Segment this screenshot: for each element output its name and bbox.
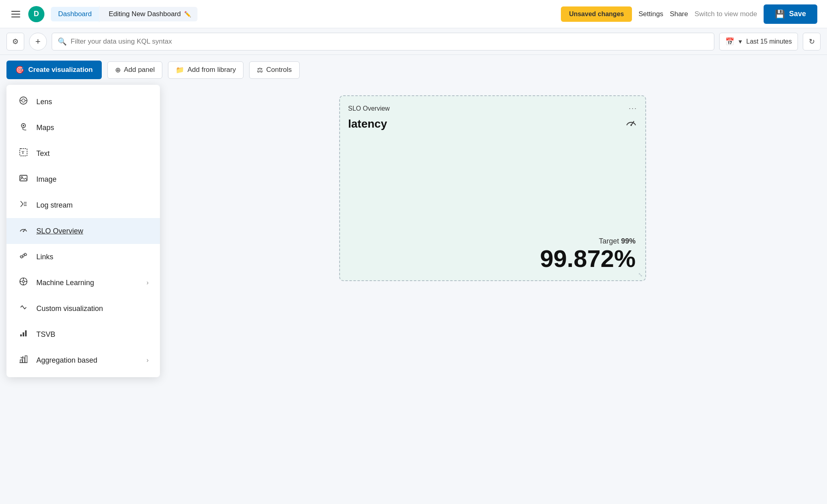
- main-area: Lens Maps T Text: [0, 85, 827, 504]
- controls-icon: ⚖: [257, 66, 263, 74]
- aggregation-based-label: Aggregation based: [36, 356, 139, 365]
- machine-learning-icon: [18, 277, 29, 288]
- slo-target-label: Target 99%: [540, 237, 636, 246]
- slo-overview-icon: [18, 225, 29, 237]
- text-icon: T: [18, 148, 29, 159]
- slo-current-value: 99.872%: [540, 246, 636, 272]
- tsvb-icon: [18, 329, 29, 340]
- menu-item-text[interactable]: T Text: [6, 141, 160, 166]
- menu-item-lens[interactable]: Lens: [6, 89, 160, 115]
- add-icon: +: [36, 36, 41, 47]
- log-stream-label: Log stream: [36, 201, 149, 210]
- aggregation-based-icon: [18, 355, 29, 366]
- add-from-library-button[interactable]: 📁 Add from library: [168, 61, 243, 79]
- custom-viz-label: Custom visualization: [36, 304, 149, 313]
- breadcrumb-parent[interactable]: Dashboard: [51, 7, 99, 21]
- library-icon: 📁: [176, 66, 184, 74]
- svg-point-18: [20, 281, 21, 282]
- create-viz-icon: 🎯: [15, 65, 24, 74]
- svg-rect-30: [25, 356, 27, 363]
- menu-item-maps[interactable]: Maps: [6, 115, 160, 141]
- svg-point-14: [23, 231, 24, 232]
- menu-item-log-stream[interactable]: Log stream: [6, 192, 160, 218]
- panel-title: SLO Overview: [348, 105, 390, 112]
- switch-mode-button[interactable]: Switch to view mode: [695, 10, 757, 18]
- user-avatar[interactable]: D: [28, 6, 44, 22]
- search-bar: 🔍: [52, 33, 714, 50]
- menu-item-aggregation-based[interactable]: Aggregation based ›: [6, 347, 160, 373]
- top-nav: D Dashboard Editing New Dashboard ✏️ Uns…: [0, 0, 827, 28]
- machine-learning-chevron-icon: ›: [147, 279, 149, 286]
- menu-item-tsvb[interactable]: TSVB: [6, 321, 160, 347]
- menu-item-slo-overview[interactable]: SLO Overview: [6, 218, 160, 244]
- edit-icon: ✏️: [184, 11, 191, 17]
- links-icon: [18, 251, 29, 262]
- refresh-button[interactable]: ↻: [803, 33, 821, 50]
- add-panel-button[interactable]: ⊕ Add panel: [107, 61, 163, 79]
- action-bar: 🎯 Create visualization ⊕ Add panel 📁 Add…: [0, 55, 827, 85]
- toolbar: ⚙ + 🔍 📅 ▼ Last 15 minutes ↻: [0, 28, 827, 55]
- slo-overview-panel: SLO Overview ··· latency Target 99% 99.8…: [339, 95, 646, 281]
- svg-rect-26: [23, 332, 24, 336]
- unsaved-changes-button[interactable]: Unsaved changes: [561, 6, 632, 22]
- breadcrumb-current[interactable]: Editing New Dashboard ✏️: [99, 7, 197, 21]
- add-button[interactable]: +: [29, 33, 47, 50]
- settings-link[interactable]: Settings: [638, 10, 663, 18]
- search-icon: 🔍: [58, 37, 67, 46]
- menu-item-links[interactable]: Links: [6, 244, 160, 270]
- maps-label: Maps: [36, 124, 149, 132]
- menu-item-machine-learning[interactable]: Machine Learning ›: [6, 270, 160, 296]
- share-link[interactable]: Share: [670, 10, 688, 18]
- save-icon: 💾: [775, 9, 785, 19]
- slo-target-value: 99%: [621, 237, 636, 245]
- svg-rect-25: [20, 334, 22, 336]
- save-button[interactable]: 💾 Save: [764, 4, 817, 24]
- maps-icon: [18, 122, 29, 133]
- svg-point-20: [23, 281, 25, 283]
- image-icon: [18, 174, 29, 185]
- machine-learning-label: Machine Learning: [36, 279, 139, 287]
- slo-gauge-icon: [625, 116, 637, 131]
- add-panel-icon: ⊕: [115, 66, 121, 74]
- svg-rect-27: [25, 330, 27, 336]
- create-visualization-button[interactable]: 🎯 Create visualization: [6, 61, 102, 79]
- svg-rect-8: [20, 175, 27, 181]
- slo-overview-label: SLO Overview: [36, 227, 149, 235]
- svg-point-16: [23, 278, 24, 279]
- svg-point-5: [23, 125, 24, 126]
- breadcrumb: Dashboard Editing New Dashboard ✏️: [51, 6, 197, 23]
- filter-button[interactable]: ⚙: [6, 33, 24, 50]
- hamburger-menu[interactable]: [10, 9, 22, 19]
- svg-point-19: [26, 281, 27, 282]
- calendar-icon: 📅: [725, 37, 734, 46]
- svg-text:T: T: [21, 150, 25, 155]
- svg-point-1: [22, 99, 25, 102]
- links-label: Links: [36, 253, 149, 261]
- svg-rect-28: [20, 360, 22, 363]
- slo-name: latency: [348, 118, 637, 130]
- panel-options-button[interactable]: ···: [629, 104, 637, 113]
- add-panel-dropdown: Lens Maps T Text: [6, 85, 160, 377]
- image-label: Image: [36, 175, 149, 184]
- svg-point-17: [23, 284, 24, 285]
- controls-button[interactable]: ⚖ Controls: [249, 61, 299, 79]
- lens-label: Lens: [36, 98, 149, 106]
- log-stream-icon: [18, 200, 29, 211]
- resize-handle[interactable]: ⤡: [638, 271, 643, 278]
- menu-item-image[interactable]: Image: [6, 166, 160, 192]
- aggregation-based-chevron-icon: ›: [147, 357, 149, 364]
- calendar-chevron-icon: ▼: [737, 38, 743, 45]
- time-picker[interactable]: 📅 ▼ Last 15 minutes: [719, 33, 798, 50]
- lens-icon: [18, 96, 29, 107]
- text-label: Text: [36, 149, 149, 158]
- panel-header: SLO Overview ···: [348, 104, 637, 113]
- svg-point-33: [630, 124, 632, 126]
- time-label: Last 15 minutes: [746, 38, 792, 45]
- filter-icon: ⚙: [12, 37, 19, 46]
- custom-viz-icon: [18, 303, 29, 314]
- refresh-icon: ↻: [809, 37, 815, 46]
- svg-rect-29: [23, 358, 25, 363]
- search-input[interactable]: [71, 38, 708, 46]
- menu-item-custom-visualization[interactable]: Custom visualization: [6, 296, 160, 321]
- slo-stats: Target 99% 99.872%: [540, 237, 636, 272]
